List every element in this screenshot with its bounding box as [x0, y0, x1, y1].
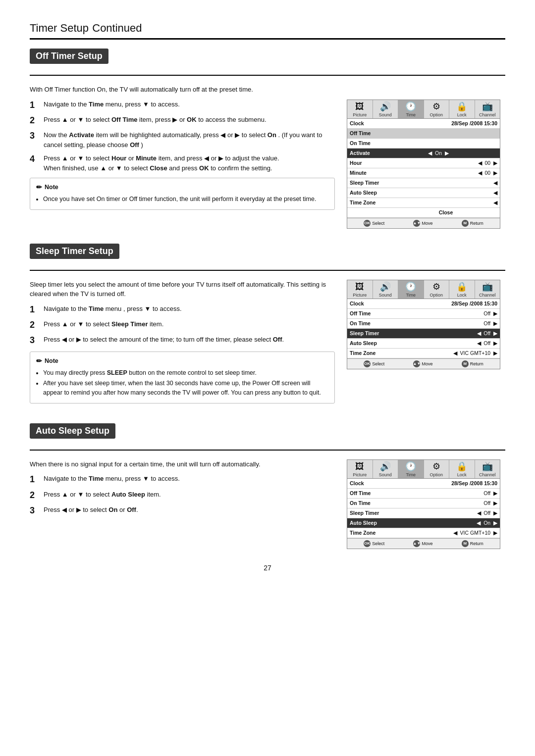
- menu-icons-row: 🖼 Picture 🔊 Sound 🕐 Time ⚙ Option: [347, 100, 500, 119]
- sleep-timer-intro: Sleep timer lets you select the amount o…: [30, 280, 335, 299]
- sleep-timer-note: ✏ Note You may directly press SLEEP butt…: [30, 352, 335, 403]
- arrow-btn-icon: ▲▼: [413, 540, 420, 547]
- off-time-row: Off Time Off ▶: [347, 489, 500, 499]
- off-timer-menu-diagram: 🖼 Picture 🔊 Sound 🕐 Time ⚙ Option: [347, 100, 505, 229]
- note-item-2: After you have set sleep timer, when the…: [43, 379, 328, 398]
- icon-option: ⚙ Option: [424, 100, 450, 118]
- auto-sleep-icons-row: 🖼 Picture 🔊 Sound 🕐 Time ⚙ Option: [347, 460, 500, 479]
- icon-option: ⚙ Option: [424, 280, 450, 299]
- auto-sleep-menu-diagram: 🖼 Picture 🔊 Sound 🕐 Time ⚙ Option: [347, 459, 505, 549]
- title-continued: Continued: [92, 22, 142, 34]
- icon-sound: 🔊 Sound: [373, 460, 399, 478]
- icon-sound: 🔊 Sound: [373, 100, 399, 118]
- icon-channel: 📺 Channel: [475, 280, 500, 299]
- time-zone-row: Time Zone ◀ VIC GMT+10 ▶: [347, 349, 500, 358]
- sleep-timer-hl-row: Sleep Timer ◀ Off ▶: [347, 329, 500, 339]
- auto-sleep-steps: 1 Navigate to the Time menu, press ▼ to …: [30, 474, 335, 516]
- sleep-timer-content: Sleep timer lets you select the amount o…: [30, 280, 505, 408]
- page-number: 27: [30, 564, 505, 572]
- icon-lock: 🔒 Lock: [449, 280, 475, 299]
- note-title-2: ✏ Note: [36, 356, 328, 366]
- note-item-1: You may directly press SLEEP button on t…: [43, 368, 328, 378]
- hour-row: Hour ◀ 00 ▶: [347, 158, 500, 168]
- off-timer-content: 1 Navigate to the Time menu, press ▼ to …: [30, 100, 505, 229]
- step-2: 2 Press ▲ or ▼ to select Sleep Timer ite…: [30, 319, 335, 331]
- sleep-menu-icons-row: 🖼 Picture 🔊 Sound 🕐 Time ⚙ Option: [347, 280, 500, 299]
- on-time-row: On Time Off ▶: [347, 499, 500, 508]
- sleep-timer-instructions: Sleep timer lets you select the amount o…: [30, 280, 335, 408]
- icon-lock: 🔒 Lock: [449, 100, 475, 118]
- auto-sleep-row: Auto Sleep ◀ Off ▶: [347, 339, 500, 349]
- time-zone-row: Time Zone ◀ VIC GMT+10 ▶: [347, 528, 500, 538]
- icon-channel: 📺 Channel: [475, 460, 500, 478]
- on-time-row: On Time: [347, 139, 500, 149]
- clock-row: Clock 28/Sep /2008 15:30: [347, 119, 500, 129]
- icon-time: 🕐 Time: [398, 280, 424, 299]
- title-text: Timer Setup: [30, 22, 89, 34]
- auto-sleep-menu-footer: OK Select ▲▼ Move M Return: [347, 538, 500, 549]
- section-divider: [30, 75, 505, 76]
- time-zone-row: Time Zone ◀: [347, 198, 500, 208]
- menu-btn-icon: M: [462, 220, 469, 227]
- step-1: 1 Navigate to the Time menu, press ▼ to …: [30, 474, 335, 485]
- off-time-section-row: Off Time: [347, 129, 500, 139]
- step-2: 2 Press ▲ or ▼ to select Auto Sleep item…: [30, 490, 335, 501]
- arrow-btn-icon: ▲▼: [413, 360, 420, 367]
- note-item: Once you have set On timer or Off timer …: [43, 195, 328, 204]
- ok-btn-icon: OK: [364, 540, 371, 547]
- off-timer-intro: With Off Timer function On, the TV will …: [30, 85, 505, 95]
- step-1: 1 Navigate to the Time menu, press ▼ to …: [30, 100, 335, 111]
- auto-sleep-row: Auto Sleep ◀: [347, 188, 500, 198]
- sleep-timer-tv-menu: 🖼 Picture 🔊 Sound 🕐 Time ⚙ Option: [347, 280, 500, 369]
- ok-btn-icon: OK: [364, 360, 371, 367]
- step-4: 4 Press ▲ or ▼ to select Hour or Minute …: [30, 153, 335, 173]
- auto-sleep-content: When there is no signal input for a cert…: [30, 459, 505, 549]
- auto-sleep-intro: When there is no signal input for a cert…: [30, 459, 335, 469]
- ok-btn-icon: OK: [364, 220, 371, 227]
- auto-sleep-tv-menu: 🖼 Picture 🔊 Sound 🕐 Time ⚙ Option: [347, 459, 500, 549]
- sleep-timer-steps: 1 Navigate to the Time menu , press ▼ to…: [30, 304, 335, 347]
- page-title: Timer Setup Continued: [30, 20, 505, 40]
- icon-time: 🕐 Time: [398, 100, 424, 118]
- sleep-timer-header: Sleep Timer Setup: [30, 244, 119, 259]
- sleep-menu-footer: OK Select ▲▼ Move M Return: [347, 358, 500, 369]
- menu-btn-icon: M: [462, 540, 469, 547]
- note-icon-2: ✏: [36, 356, 42, 366]
- sleep-timer-menu-diagram: 🖼 Picture 🔊 Sound 🕐 Time ⚙ Option: [347, 280, 505, 369]
- icon-sound: 🔊 Sound: [373, 280, 399, 299]
- off-timer-note: ✏ Note Once you have set On timer or Off…: [30, 178, 335, 210]
- menu-btn-icon: M: [462, 360, 469, 367]
- off-timer-header: Off Timer Setup: [30, 49, 108, 64]
- clock-row: Clock 28/Sep /2008 15:30: [347, 299, 500, 309]
- section-divider-2: [30, 270, 505, 271]
- off-timer-tv-menu: 🖼 Picture 🔊 Sound 🕐 Time ⚙ Option: [347, 100, 500, 229]
- icon-picture: 🖼 Picture: [347, 460, 373, 478]
- icon-lock: 🔒 Lock: [449, 460, 475, 478]
- clock-row: Clock 28/Sep /2008 15:30: [347, 479, 500, 489]
- on-time-row: On Time Off ▶: [347, 319, 500, 329]
- icon-picture: 🖼 Picture: [347, 280, 373, 299]
- icon-picture: 🖼 Picture: [347, 100, 373, 118]
- menu-footer: OK Select ▲▼ Move M Return: [347, 218, 500, 228]
- auto-sleep-hl-row: Auto Sleep ◀ On ▶: [347, 518, 500, 528]
- step-3: 3 Press ◀ or ▶ to select On or Off.: [30, 505, 335, 516]
- note-icon: ✏: [36, 182, 42, 193]
- auto-sleep-header: Auto Sleep Setup: [30, 423, 115, 439]
- off-timer-steps: 1 Navigate to the Time menu, press ▼ to …: [30, 100, 335, 173]
- step-1: 1 Navigate to the Time menu , press ▼ to…: [30, 304, 335, 315]
- minute-row: Minute ◀ 00 ▶: [347, 168, 500, 178]
- step-2: 2 Press ▲ or ▼ to select Off Time item, …: [30, 115, 335, 126]
- step-3: 3 Now the Activate item will be highligh…: [30, 130, 335, 150]
- section-divider-3: [30, 450, 505, 451]
- off-timer-section: Off Timer Setup With Off Timer function …: [30, 49, 505, 229]
- auto-sleep-section: Auto Sleep Setup When there is no signal…: [30, 423, 505, 549]
- close-row: Close: [347, 208, 500, 218]
- auto-sleep-instructions: When there is no signal input for a cert…: [30, 459, 335, 522]
- sleep-timer-row: Sleep Timer ◀: [347, 178, 500, 188]
- icon-time: 🕐 Time: [398, 460, 424, 478]
- icon-option: ⚙ Option: [424, 460, 450, 478]
- arrow-btn-icon: ▲▼: [413, 220, 420, 227]
- activate-row: Activate ◀ On ▶: [347, 149, 500, 158]
- step-3: 3 Press ◀ or ▶ to select the amount of t…: [30, 335, 335, 346]
- off-time-row: Off Time Off ▶: [347, 309, 500, 319]
